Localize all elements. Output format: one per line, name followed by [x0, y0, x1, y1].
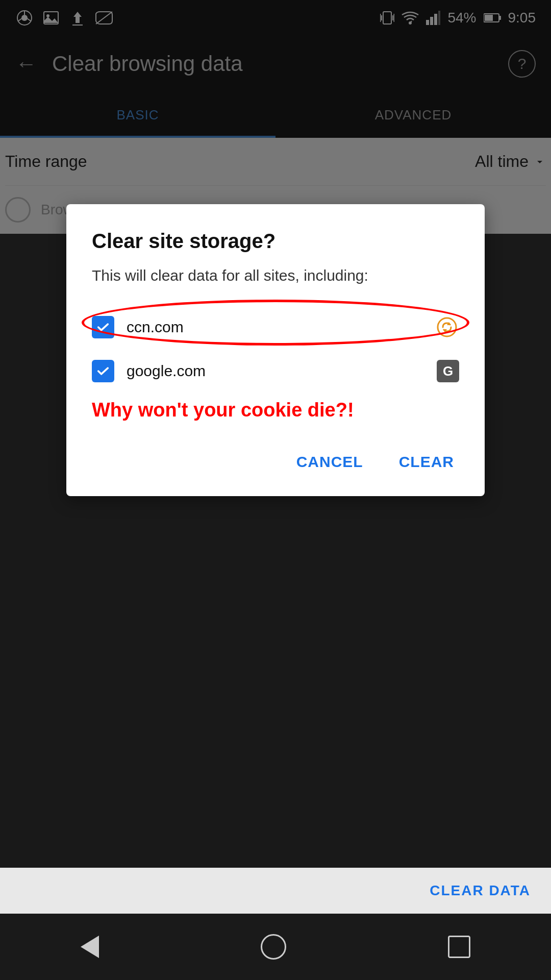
nav-back-button[interactable]: [81, 936, 99, 958]
nav-home-circle-icon: [261, 934, 286, 960]
overlay: Clear site storage? This will clear data…: [0, 0, 551, 980]
nav-recent-button[interactable]: [448, 936, 470, 958]
clear-data-button[interactable]: CLEAR DATA: [430, 883, 531, 899]
dialog-title: Clear site storage?: [92, 230, 459, 253]
nav-recent-square-icon: [448, 936, 470, 958]
nav-back-triangle-icon: [81, 936, 99, 958]
dialog-buttons: CANCEL CLEAR: [92, 438, 459, 481]
ccn-site-name: ccn.com: [127, 318, 422, 336]
dialog-subtitle: This will clear data for all sites, incl…: [92, 265, 459, 286]
bottom-bar: CLEAR DATA: [0, 868, 551, 914]
nav-bar: [0, 914, 551, 980]
svg-point-22: [438, 318, 456, 336]
ccn-site-row-container: ccn.com: [92, 305, 459, 350]
dialog: Clear site storage? This will clear data…: [66, 204, 485, 496]
cancel-button[interactable]: CANCEL: [291, 443, 368, 481]
site-item-ccn[interactable]: ccn.com: [92, 305, 459, 350]
clear-button[interactable]: CLEAR: [394, 443, 459, 481]
site-item-google[interactable]: google.com G: [92, 350, 459, 393]
ccn-favicon: [435, 315, 459, 339]
google-favicon: G: [437, 360, 459, 382]
google-checkbox[interactable]: [92, 360, 114, 382]
funny-text: Why won't your cookie die?!: [92, 398, 459, 423]
google-site-name: google.com: [127, 362, 424, 380]
ccn-checkbox[interactable]: [92, 316, 114, 338]
nav-home-button[interactable]: [261, 934, 286, 960]
